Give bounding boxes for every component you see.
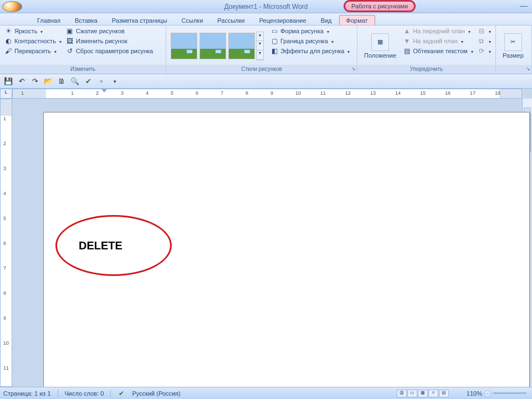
ruler-corner[interactable]: L: [0, 89, 12, 99]
tab-view[interactable]: Вид: [314, 15, 339, 25]
first-line-indent[interactable]: [101, 89, 107, 93]
vertical-ruler[interactable]: 1234567891011: [0, 99, 12, 387]
reset-picture-button[interactable]: ↺Сброс параметров рисунка: [65, 47, 154, 55]
group-picture-styles: ▴▾▾ ▭Форма рисунка ▢Граница рисунка ◧Эфф…: [166, 25, 357, 74]
send-back-label: На задний план: [413, 38, 458, 44]
hruler-tick: 2: [96, 90, 99, 96]
tab-review[interactable]: Рецензирование: [252, 15, 314, 25]
zoom-control: 110% −: [467, 390, 526, 397]
vruler-tick: 9: [3, 315, 6, 321]
blank-page-button[interactable]: ▫: [96, 76, 106, 86]
zoom-value[interactable]: 110%: [467, 390, 482, 397]
compress-button[interactable]: ▣Сжатие рисунков: [65, 27, 154, 35]
ribbon: ☀Яркость ◐Контрастность 🖌Перекрасить ▣Сж…: [0, 25, 532, 74]
reset-picture-label: Сброс параметров рисунка: [76, 48, 153, 54]
ribbon-tabs: Главная Вставка Разметка страницы Ссылки…: [0, 13, 532, 25]
view-print-layout[interactable]: ▥: [397, 390, 407, 397]
group-adjust: ☀Яркость ◐Контрастность 🖌Перекрасить ▣Сж…: [0, 25, 166, 74]
contextual-tab-title: Работа с рисунками: [344, 0, 416, 12]
align-button[interactable]: ⊟: [477, 27, 492, 35]
vruler-tick: 5: [3, 216, 6, 221]
spellcheck-status-icon[interactable]: ✔: [117, 390, 125, 397]
brightness-button[interactable]: ☀Яркость: [3, 27, 63, 35]
picture-effects-button[interactable]: ◧Эффекты для рисунка: [269, 47, 351, 55]
change-picture-icon: 🖼: [66, 37, 74, 45]
change-picture-button[interactable]: 🖼Изменить рисунок: [65, 37, 154, 45]
crop-button[interactable]: ✂ Размер: [499, 27, 527, 65]
view-full-screen[interactable]: ▭: [407, 390, 417, 397]
hruler-tick: 18: [495, 90, 500, 96]
print-preview-button[interactable]: 🔍: [70, 76, 80, 86]
recolor-button[interactable]: 🖌Перекрасить: [3, 47, 63, 55]
style-thumb-1[interactable]: [171, 33, 197, 59]
rotate-button[interactable]: ⟳: [477, 47, 492, 55]
compress-label: Сжатие рисунков: [76, 28, 125, 34]
align-icon: ⊟: [478, 27, 485, 35]
picture-shape-button[interactable]: ▭Форма рисунка: [269, 27, 351, 35]
group-arrange: ▦ Положение ▲На передний план ▼На задний…: [357, 25, 496, 74]
styles-gallery[interactable]: ▴▾▾: [170, 27, 264, 65]
zoom-out-button[interactable]: −: [484, 390, 491, 397]
status-page[interactable]: Страница: 1 из 1: [3, 390, 51, 397]
text-wrap-label: Обтекание текстом: [413, 48, 468, 54]
contrast-button[interactable]: ◐Контрастность: [3, 37, 63, 45]
bring-front-button[interactable]: ▲На передний план: [402, 27, 474, 35]
group-objects-button[interactable]: ⧉: [477, 37, 492, 45]
hruler-tick: 1: [71, 90, 74, 96]
picture-effects-icon: ◧: [270, 47, 278, 55]
bring-front-icon: ▲: [403, 27, 411, 35]
recolor-icon: 🖌: [4, 47, 12, 55]
office-button[interactable]: [2, 1, 22, 12]
hruler-tick: 15: [420, 90, 426, 96]
horizontal-ruler[interactable]: 21123456789101112131415161718: [12, 89, 522, 99]
picture-shape-icon: ▭: [270, 27, 278, 35]
view-web[interactable]: ▦: [418, 390, 428, 397]
hruler-tick: 16: [445, 90, 451, 96]
style-thumb-3[interactable]: [228, 33, 255, 59]
picture-effects-label: Эффекты для рисунка: [280, 48, 344, 54]
picture-border-label: Граница рисунка: [280, 38, 328, 44]
vruler-tick: 11: [3, 365, 9, 371]
text-wrap-button[interactable]: ▤Обтекание текстом: [402, 47, 474, 55]
send-back-button[interactable]: ▼На задний план: [402, 37, 474, 45]
tab-page-layout[interactable]: Разметка страницы: [105, 15, 175, 25]
view-draft[interactable]: ▤: [439, 390, 449, 397]
hruler-tick: 7: [221, 90, 223, 96]
tab-home[interactable]: Главная: [30, 15, 68, 25]
vruler-tick: 3: [3, 166, 6, 171]
view-outline[interactable]: ≡: [428, 390, 438, 397]
style-thumb-2[interactable]: [200, 33, 226, 59]
hruler-tick: 1: [21, 90, 24, 96]
group-arrange-label: Упорядочить: [357, 65, 495, 74]
tab-insert[interactable]: Вставка: [68, 15, 105, 25]
tab-references[interactable]: Ссылки: [175, 15, 211, 25]
status-language[interactable]: Русский (Россия): [132, 390, 180, 397]
compress-icon: ▣: [66, 27, 74, 35]
qat-customize[interactable]: ▾: [110, 76, 120, 86]
position-button[interactable]: ▦ Положение: [361, 27, 400, 65]
tab-mailings[interactable]: Рассылки: [210, 15, 252, 25]
zoom-slider[interactable]: [493, 392, 526, 394]
tab-format[interactable]: Формат: [339, 15, 375, 25]
open-button[interactable]: 📂: [43, 76, 53, 86]
vruler-tick: 10: [3, 340, 9, 346]
send-back-icon: ▼: [403, 37, 411, 45]
status-word-count[interactable]: Число слов: 0: [65, 390, 104, 397]
save-button[interactable]: 💾: [3, 76, 13, 86]
reset-icon: ↺: [66, 47, 74, 55]
gallery-scroll[interactable]: ▴▾▾: [256, 32, 264, 60]
group-icon: ⧉: [478, 37, 485, 45]
group-styles-label: Стили рисунков: [166, 65, 357, 74]
spellcheck-button[interactable]: ✔: [83, 76, 93, 86]
new-button[interactable]: 🗎: [57, 76, 66, 86]
redo-button[interactable]: ↷: [30, 76, 40, 86]
hruler-tick: 6: [196, 90, 198, 96]
undo-button[interactable]: ↶: [17, 76, 27, 86]
picture-border-icon: ▢: [270, 37, 278, 45]
group-size: ✂ Размер: [496, 25, 532, 74]
picture-shape-label: Форма рисунка: [280, 28, 324, 34]
hruler-tick: 14: [395, 90, 401, 96]
picture-border-button[interactable]: ▢Граница рисунка: [269, 37, 351, 45]
brightness-icon: ☀: [4, 27, 12, 35]
minimize-button[interactable]: —: [520, 1, 528, 10]
